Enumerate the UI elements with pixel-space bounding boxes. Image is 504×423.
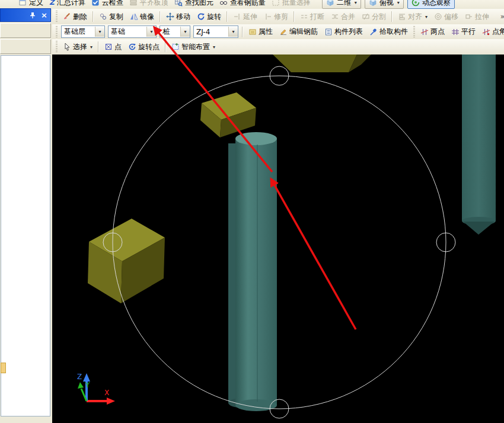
pile-cap-3[interactable] — [88, 219, 165, 303]
chevron-down-icon[interactable]: ▾ — [228, 27, 238, 37]
viewport-3d[interactable]: X Z Y — [52, 55, 504, 423]
chevron-down-icon: ▾ — [90, 44, 92, 50]
toolbar-grip[interactable] — [413, 26, 415, 38]
view-top-button[interactable]: 俯视 ▾ — [365, 0, 404, 9]
pin-icon[interactable] — [28, 11, 37, 20]
toolbar-grip[interactable] — [56, 11, 58, 23]
point-angle-icon — [482, 28, 490, 36]
axis-x-label: X — [104, 389, 109, 397]
rotate-point-button[interactable]: 旋转点 — [125, 40, 162, 54]
two-points-button[interactable]: 两点 — [417, 25, 448, 39]
cursor-icon — [63, 43, 71, 51]
draw-toolbar: 选择 ▾ 点 旋转点 智能布置 ▾ — [52, 39, 504, 55]
ucs-axis-indicator: X Z Y — [77, 373, 115, 405]
chevron-down-icon: ▾ — [355, 0, 357, 5]
sidebar-header-row[interactable] — [0, 39, 51, 54]
toolbar-overflow-button[interactable]: » — [499, 12, 504, 21]
partial-icon — [1, 363, 6, 373]
edit-toolbar: 删除 复制 镜像 移动 旋转 延伸 修剪 — [52, 9, 504, 25]
split-icon — [362, 12, 370, 21]
toolbar-grip[interactable] — [56, 26, 58, 38]
rotate-point-icon — [128, 43, 136, 51]
mirror-button[interactable]: 镜像 — [127, 10, 157, 24]
sidebar-panel: × — [0, 8, 51, 423]
merge-button: 合并 — [328, 10, 358, 24]
glasses-icon — [219, 0, 228, 7]
list-icon — [324, 28, 333, 36]
calc-z-icon: Z — [49, 0, 55, 7]
select-button[interactable]: 选择 ▾ — [60, 40, 95, 54]
axis-y-label: Y — [85, 381, 90, 389]
rotate-icon — [197, 12, 205, 21]
define-button[interactable]: 定义 — [15, 0, 46, 8]
pile-right[interactable] — [462, 55, 496, 235]
offset-button: 偏移 — [431, 10, 461, 24]
axis-z-label: Z — [77, 373, 82, 381]
separator — [294, 11, 295, 22]
trim-icon — [264, 12, 272, 21]
pick-element-button[interactable]: 拾取构件 — [366, 25, 411, 39]
dynamic-orbit-icon — [412, 0, 420, 7]
pile-main[interactable] — [235, 132, 277, 411]
chevron-down-icon[interactable]: ▾ — [180, 27, 190, 37]
point-place-button[interactable]: 点 — [101, 40, 125, 54]
floor-combo[interactable]: 基础层 ▾ — [61, 25, 105, 38]
chevron-down-icon[interactable]: ▾ — [146, 27, 156, 37]
cloud-check-icon — [91, 0, 100, 7]
define-icon — [18, 0, 27, 7]
dynamic-orbit-button[interactable]: 动态观察 — [407, 0, 455, 9]
parallel-button[interactable]: 平行 — [448, 25, 479, 39]
flush-slab-top-button: 平齐板顶 — [126, 0, 171, 8]
trim-button: 修剪 — [261, 10, 291, 24]
pile-cap-2[interactable] — [200, 92, 256, 137]
separator — [160, 11, 161, 22]
flush-slab-top-icon — [129, 0, 138, 7]
rotate-button[interactable]: 旋转 — [194, 10, 224, 24]
extend-icon — [233, 12, 241, 21]
sidebar-titlebar: × — [0, 8, 51, 22]
properties-button[interactable]: 属性 — [245, 25, 276, 39]
move-icon — [166, 12, 174, 21]
smart-layout-icon — [171, 43, 180, 51]
copy-icon — [99, 12, 107, 21]
close-icon[interactable]: × — [41, 11, 47, 19]
separator — [98, 41, 99, 52]
point-icon — [104, 43, 113, 51]
mirror-icon — [130, 12, 138, 21]
merge-icon — [331, 12, 339, 21]
summary-calc-button[interactable]: Z 汇总计算 — [46, 0, 88, 8]
chevron-down-icon: ▾ — [425, 14, 428, 20]
sidebar-content-panel[interactable] — [1, 55, 50, 416]
chevron-down-icon[interactable]: ▾ — [95, 27, 104, 37]
element-name-combo[interactable]: ZJ-4 ▾ — [193, 25, 238, 38]
break-button: 打断 — [297, 10, 327, 24]
element-type-combo[interactable]: 桩 ▾ — [160, 25, 190, 38]
delete-button[interactable]: 删除 — [60, 10, 90, 24]
sidebar-header-row[interactable] — [0, 23, 51, 38]
application-window: 定义 Z 汇总计算 云检查 平齐板顶 查找图元 查看钢筋量 — [0, 0, 504, 423]
eyedropper-icon — [369, 28, 378, 36]
cloud-check-button[interactable]: 云检查 — [88, 0, 126, 8]
smart-layout-button[interactable]: 智能布置 ▾ — [168, 40, 218, 54]
view-rebar-qty-button[interactable]: 查看钢筋量 — [216, 0, 269, 8]
pencil-icon — [279, 28, 288, 36]
move-button[interactable]: 移动 — [163, 10, 193, 24]
stretch-button: 拉伸 — [462, 10, 492, 24]
toolbar-grip[interactable] — [56, 41, 58, 53]
separator — [227, 11, 228, 22]
separator — [92, 11, 94, 22]
edit-rebar-button[interactable]: 编辑钢筋 — [276, 25, 321, 39]
find-element-button[interactable]: 查找图元 — [171, 0, 216, 8]
pile-cap-far[interactable] — [273, 55, 371, 72]
parallel-icon — [451, 28, 460, 36]
align-icon — [398, 12, 406, 21]
category-combo[interactable]: 基础 ▾ — [108, 25, 157, 38]
copy-button[interactable]: 复制 — [96, 10, 126, 24]
break-icon — [300, 12, 308, 21]
point-angle-button[interactable]: 点角 ▾ — [479, 25, 504, 39]
chevron-down-icon: ▾ — [213, 44, 215, 50]
view-2d-button[interactable]: 二维 ▾ — [322, 0, 361, 9]
stretch-icon — [465, 12, 473, 21]
separator — [391, 11, 393, 22]
element-list-button[interactable]: 构件列表 — [321, 25, 366, 39]
